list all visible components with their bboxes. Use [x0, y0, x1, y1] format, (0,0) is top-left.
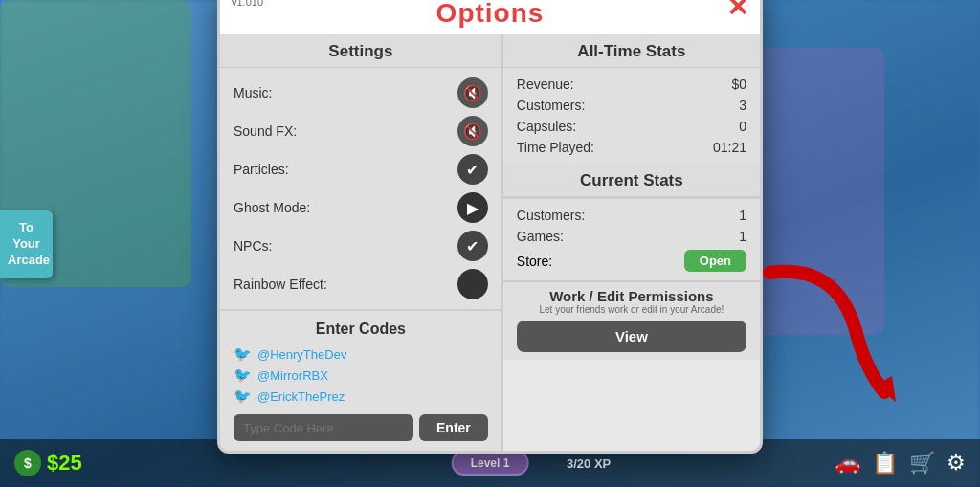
twitter-icon-3: 🐦	[234, 387, 252, 405]
setting-rainbow: Rainbow Effect:	[234, 265, 488, 303]
timeplayed-label: Time Played:	[517, 140, 594, 155]
customers-alltime-value: 3	[739, 98, 746, 113]
codes-section: Enter Codes 🐦 @HenryTheDev 🐦 @MirrorRBX …	[220, 309, 501, 451]
store-open-button[interactable]: Open	[684, 250, 746, 272]
version-label: v1.010	[232, 0, 263, 8]
code-input-field[interactable]	[234, 414, 413, 441]
games-label: Games:	[517, 229, 564, 244]
stat-timeplayed: Time Played: 01:21	[517, 137, 746, 158]
stat-games: Games: 1	[517, 226, 746, 247]
revenue-value: $0	[731, 77, 746, 92]
setting-music: Music: 🔇	[234, 74, 488, 112]
twitter-link-3[interactable]: 🐦 @ErickThePrez	[234, 386, 488, 407]
twitter-account-1: @HenryTheDev	[257, 347, 346, 362]
current-stats-header: Current Stats	[503, 164, 760, 197]
code-input-row: Enter	[234, 414, 488, 441]
twitter-icon-2: 🐦	[234, 366, 252, 384]
stat-customers-alltime: Customers: 3	[517, 95, 746, 116]
settings-list: Music: 🔇 Sound FX: 🔇 Particles: ✔ Ghost …	[220, 68, 501, 309]
particles-label: Particles:	[234, 162, 289, 177]
permissions-section: Work / Edit Permissions Let your friends…	[503, 280, 760, 360]
setting-ghostmode: Ghost Mode: ▶	[234, 188, 488, 227]
twitter-account-3: @ErickThePrez	[257, 389, 345, 404]
stat-store: Store: Open	[517, 247, 746, 275]
codes-header: Enter Codes	[234, 317, 488, 343]
left-column: Settings Music: 🔇 Sound FX: 🔇 Particles:…	[220, 34, 503, 451]
capsules-value: 0	[739, 119, 746, 134]
permissions-sub: Let your friends work or edit in your Ar…	[517, 304, 746, 315]
customers-current-value: 1	[739, 208, 746, 223]
capsules-label: Capsules:	[517, 119, 576, 134]
music-toggle[interactable]: 🔇	[457, 77, 488, 108]
soundfx-toggle[interactable]: 🔇	[457, 116, 488, 146]
rainbow-label: Rainbow Effect:	[234, 277, 327, 292]
customers-current-label: Customers:	[517, 208, 586, 223]
revenue-label: Revenue:	[517, 77, 574, 92]
npcs-toggle[interactable]: ✔	[457, 231, 488, 261]
games-value: 1	[739, 229, 746, 244]
stat-capsules: Capsules: 0	[517, 116, 746, 137]
close-button[interactable]: ✕	[726, 0, 748, 21]
setting-soundfx: Sound FX: 🔇	[234, 112, 488, 150]
npcs-label: NPCs:	[234, 238, 272, 254]
setting-npcs: NPCs: ✔	[234, 227, 488, 265]
rainbow-toggle[interactable]	[457, 269, 488, 299]
current-stats-section: Customers: 1 Games: 1 Store: Open	[503, 197, 760, 280]
twitter-link-1[interactable]: 🐦 @HenryTheDev	[234, 343, 488, 365]
dialog-body: Settings Music: 🔇 Sound FX: 🔇 Particles:…	[220, 34, 760, 451]
twitter-account-2: @MirrorRBX	[257, 368, 328, 383]
all-time-stats-section: Revenue: $0 Customers: 3 Capsules: 0 Tim…	[503, 68, 760, 164]
dialog-title: Options	[436, 0, 545, 28]
dialog-header: v1.010 Options ✕	[220, 0, 760, 34]
ghostmode-toggle[interactable]: ▶	[457, 192, 488, 223]
setting-particles: Particles: ✔	[234, 150, 488, 188]
dialog-backdrop: v1.010 Options ✕ Settings Music: 🔇 Sound…	[0, 0, 980, 487]
ghostmode-label: Ghost Mode:	[234, 200, 310, 215]
store-label: Store:	[517, 254, 552, 269]
twitter-link-2[interactable]: 🐦 @MirrorRBX	[234, 365, 488, 386]
music-label: Music:	[234, 85, 272, 100]
permissions-header: Work / Edit Permissions	[517, 288, 746, 304]
stat-customers-current: Customers: 1	[517, 205, 746, 226]
right-column: All-Time Stats Revenue: $0 Customers: 3 …	[503, 34, 760, 451]
enter-code-button[interactable]: Enter	[419, 414, 488, 441]
customers-alltime-label: Customers:	[517, 98, 586, 113]
soundfx-label: Sound FX:	[234, 123, 297, 139]
settings-header: Settings	[220, 34, 501, 68]
particles-toggle[interactable]: ✔	[457, 154, 488, 185]
all-time-stats-header: All-Time Stats	[503, 34, 760, 68]
twitter-icon-1: 🐦	[234, 345, 252, 363]
options-dialog: v1.010 Options ✕ Settings Music: 🔇 Sound…	[217, 0, 763, 454]
timeplayed-value: 01:21	[713, 140, 746, 155]
view-permissions-button[interactable]: View	[517, 321, 746, 352]
stat-revenue: Revenue: $0	[517, 74, 746, 95]
